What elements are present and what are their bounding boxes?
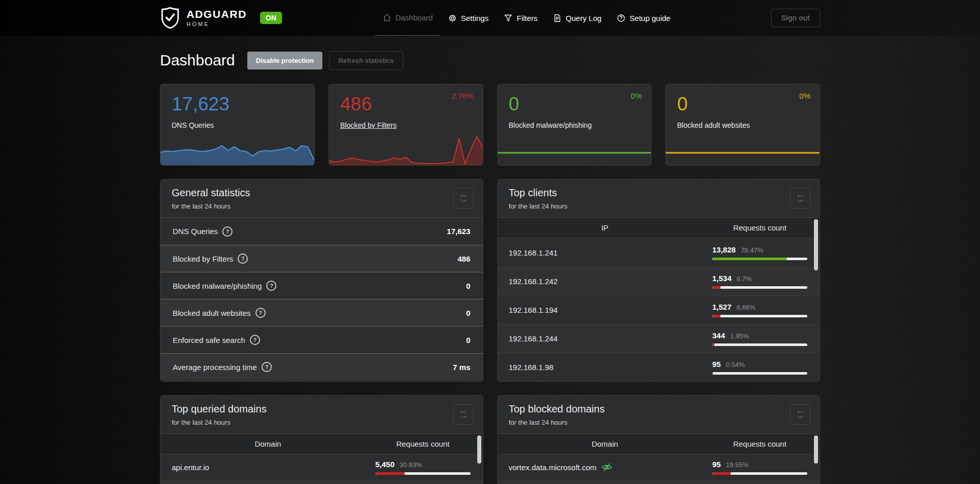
stat-label: Enforced safe search? (173, 335, 260, 345)
progress-bar (712, 286, 807, 289)
client-ip[interactable]: 192.168.1.244 (498, 334, 713, 343)
refresh-panel-button[interactable] (453, 188, 474, 209)
requests-count-cell: 950.54% (712, 360, 807, 375)
table-header: Domain Requests count (160, 434, 483, 454)
column-header-domain[interactable]: Domain (498, 440, 713, 448)
blocked-filters-sparkline (329, 134, 483, 165)
help-icon[interactable]: ? (266, 281, 276, 291)
requests-percent: 30.93% (400, 461, 422, 469)
column-header-requests[interactable]: Requests count (712, 440, 807, 448)
card-value: 17,623 (172, 94, 229, 115)
requests-count-cell: 13,82878.47% (712, 245, 807, 260)
help-icon[interactable]: ? (255, 308, 266, 318)
table-row: vortex.data.microsoft.com9519.55% (498, 454, 820, 480)
column-header-requests[interactable]: Requests count (712, 223, 807, 232)
requests-count: 344 (712, 331, 725, 340)
progress-bar (712, 343, 807, 346)
refresh-icon (459, 194, 468, 202)
scrollbar-thumb[interactable] (814, 435, 818, 464)
requests-count: 1,527 (712, 303, 732, 311)
nav-item-filters[interactable]: Filters (496, 0, 545, 36)
top-queried-domains-panel: Top queried domains for the last 24 hour… (160, 395, 483, 484)
refresh-panel-button[interactable] (790, 188, 810, 209)
nav-item-setup-guide[interactable]: Setup guide (609, 0, 678, 36)
help-icon[interactable]: ? (250, 335, 260, 345)
requests-count-cell: 1,5348.7% (712, 274, 807, 289)
stat-row: Blocked by Filters?486 (160, 245, 483, 272)
card-value: 486 (340, 94, 372, 115)
refresh-panel-button[interactable] (790, 404, 810, 425)
scrollbar-thumb[interactable] (477, 435, 481, 464)
panel-subtitle: for the last 24 hours (172, 202, 472, 210)
column-header-ip[interactable]: IP (498, 223, 713, 232)
table-header: IP Requests count (498, 218, 820, 238)
card-blocked-adult: 0 0% Blocked adult websites (665, 84, 820, 166)
panel-title: Top queried domains (172, 403, 472, 415)
nav-item-settings[interactable]: Settings (440, 0, 496, 36)
dns-queries-sparkline (160, 134, 314, 165)
progress-bar (712, 372, 807, 375)
vertical-scrollbar[interactable] (814, 219, 818, 380)
domain-name[interactable]: api.entur.io (160, 463, 376, 472)
requests-count: 95 (712, 460, 721, 469)
eye-slash-icon[interactable] (601, 462, 613, 473)
vertical-scrollbar[interactable] (477, 435, 481, 484)
stat-label-text: Blocked by Filters (173, 255, 233, 263)
column-header-domain[interactable]: Domain (160, 440, 376, 448)
stat-value: 486 (457, 255, 470, 263)
client-ip[interactable]: 192.168.1.242 (498, 277, 713, 286)
refresh-statistics-button[interactable]: Refresh statistics (329, 51, 403, 70)
scrollbar-thumb[interactable] (814, 219, 818, 270)
panel-title: Top blocked domains (509, 403, 809, 415)
refresh-panel-button[interactable] (453, 404, 474, 425)
gear-icon (448, 14, 457, 22)
nav-item-label: Dashboard (395, 13, 433, 22)
vertical-scrollbar[interactable] (814, 435, 818, 484)
help-icon[interactable]: ? (238, 253, 248, 264)
cell-text: 192.168.1.194 (509, 306, 558, 314)
sign-out-button[interactable]: Sign out (771, 9, 820, 27)
table-header: Domain Requests count (498, 434, 820, 454)
nav-item-dashboard[interactable]: Dashboard (375, 0, 440, 36)
disable-protection-button[interactable]: Disable protection (247, 52, 322, 70)
top-blocked-table: vortex.data.microsoft.com9519.55% (498, 454, 820, 480)
nav-item-label: Setup guide (629, 14, 670, 22)
progress-bar-fill (712, 258, 787, 260)
top-clients-panel: Top clients for the last 24 hours IP Req… (497, 179, 821, 382)
progress-bar-fill (712, 472, 731, 475)
stat-row: Average processing time?7 ms (160, 353, 483, 380)
stat-value: 0 (466, 309, 470, 317)
card-percent: 0% (799, 91, 810, 100)
stat-label-text: Enforced safe search (173, 336, 245, 344)
client-ip[interactable]: 192.168.1.98 (498, 363, 713, 372)
progress-bar-fill (712, 372, 713, 375)
top-clients-table: 192.168.1.24113,82878.47%192.168.1.2421,… (498, 238, 820, 381)
domain-name[interactable]: vortex.data.microsoft.com (498, 462, 713, 473)
client-ip[interactable]: 192.168.1.194 (498, 306, 713, 314)
stat-label: Average processing time? (173, 362, 272, 372)
client-ip[interactable]: 192.168.1.241 (498, 248, 713, 257)
requests-percent: 1.95% (730, 332, 749, 340)
card-blocked-malware: 0 0% Blocked malware/phishing (497, 84, 652, 166)
stat-cards-row: 17,623 DNS Queries 486 2.76% Blocked by … (160, 84, 820, 166)
help-icon[interactable]: ? (222, 226, 232, 237)
nav-item-query-log[interactable]: Query Log (545, 0, 609, 36)
stat-label-text: Blocked malware/phishing (173, 282, 262, 290)
panel-subtitle: for the last 24 hours (509, 419, 809, 426)
table-row: 192.168.1.2443441.95% (498, 324, 820, 353)
table-row: 192.168.1.1941,5278.66% (498, 295, 820, 324)
requests-count: 95 (712, 360, 721, 368)
nav-item-label: Settings (461, 14, 488, 22)
card-label-link[interactable]: Blocked by Filters (340, 121, 396, 129)
panel-subtitle: for the last 24 hours (172, 419, 472, 426)
filter-icon (504, 14, 512, 22)
column-header-requests[interactable]: Requests count (376, 440, 471, 448)
help-icon[interactable]: ? (262, 362, 272, 372)
requests-count-cell: 5,45030.93% (376, 460, 471, 475)
progress-bar-fill (712, 286, 720, 289)
requests-count: 1,534 (712, 274, 732, 283)
progress-bar-fill (376, 472, 405, 475)
requests-percent: 8.66% (737, 304, 756, 311)
requests-count-cell: 1,5278.66% (712, 303, 807, 317)
progress-bar (712, 472, 807, 475)
